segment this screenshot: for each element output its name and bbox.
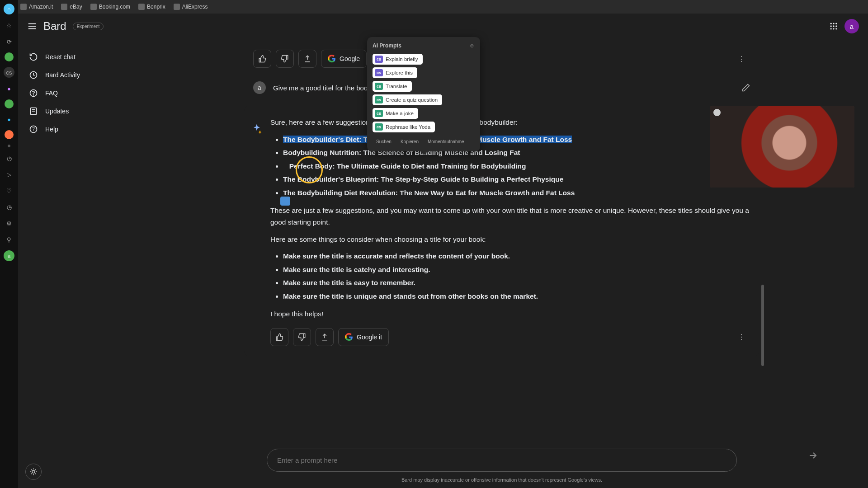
prompt-badge-icon: cs xyxy=(375,69,383,76)
webcam-video xyxy=(710,106,854,188)
site-icon xyxy=(90,4,97,10)
prompt-input-wrap[interactable] xyxy=(267,449,737,472)
more-menu-button[interactable]: ⋮ xyxy=(732,333,750,341)
theme-toggle-button[interactable] xyxy=(25,464,42,480)
prompt-badge-icon: cs xyxy=(375,96,383,103)
list-item: Make sure the title is accurate and refl… xyxy=(283,250,750,262)
prompt-badge-icon: cs xyxy=(375,56,383,63)
bookmark-item[interactable]: AliExpress xyxy=(174,4,208,10)
app-icon[interactable]: cs xyxy=(4,67,14,78)
heart-icon[interactable]: ♡ xyxy=(4,185,14,196)
svg-point-5 xyxy=(835,23,837,24)
sidebar-item-reset[interactable]: Reset chat xyxy=(23,48,131,66)
prompt-input[interactable] xyxy=(277,456,726,464)
ai-prompt-item[interactable]: csMake a joke xyxy=(373,108,418,119)
prev-response-toolbar: Google ⋮ xyxy=(244,43,760,74)
list-item: Bodybuilding Nutrition: The Science of B… xyxy=(283,147,750,159)
sidebar-item-help[interactable]: ?Help xyxy=(23,120,131,138)
site-icon xyxy=(138,4,145,10)
svg-point-4 xyxy=(833,23,834,24)
activity-icon xyxy=(29,70,38,80)
disclaimer-text: Bard may display inaccurate or offensive… xyxy=(244,474,760,488)
brand-name: Bard xyxy=(43,20,66,33)
list-item: The Bodybuilder's Blueprint: The Step-by… xyxy=(283,174,750,185)
sidebar-item-activity[interactable]: Bard Activity xyxy=(23,66,131,84)
webcam-overlay[interactable] xyxy=(710,106,854,188)
ai-prompt-item[interactable]: csCreate a quiz question xyxy=(373,94,442,105)
closing-text: I hope this helps! xyxy=(270,308,750,320)
svg-point-7 xyxy=(833,25,834,27)
site-icon xyxy=(20,4,27,10)
app-icon[interactable]: ● xyxy=(4,114,14,125)
response-toolbar: Google it ⋮ xyxy=(270,328,750,346)
share-button[interactable] xyxy=(298,50,316,68)
separator-dot xyxy=(8,145,10,147)
reset-icon xyxy=(29,52,38,61)
history-icon[interactable]: ⟳ xyxy=(4,36,14,47)
share-button[interactable] xyxy=(316,328,334,346)
faq-icon xyxy=(29,89,38,98)
thumbs-down-button[interactable] xyxy=(276,50,294,68)
nav-sidebar: Reset chat Bard Activity FAQ Updates ?He… xyxy=(18,39,136,488)
clock-icon[interactable]: ◷ xyxy=(4,153,14,164)
thumbs-up-button[interactable] xyxy=(270,328,288,346)
settings-icon[interactable]: ⚙ xyxy=(4,218,14,229)
app-header: Bard Experiment a xyxy=(18,14,868,39)
ai-prompt-item[interactable]: csRephrase like Yoda xyxy=(373,122,435,132)
emoji-icon[interactable]: ☺ xyxy=(469,42,475,49)
list-item: T Perfect Body: The Ultimate Guide to Di… xyxy=(283,160,750,172)
history-icon[interactable]: ◷ xyxy=(4,202,14,212)
avatar-icon[interactable]: a xyxy=(4,250,14,261)
ai-prompts-title: AI Prompts xyxy=(373,42,401,49)
more-menu-button[interactable]: ⋮ xyxy=(732,55,750,63)
scrollbar[interactable] xyxy=(761,285,764,366)
site-icon xyxy=(61,4,67,10)
title-suggestions-list: The Bodybuilder's Diet: The Complete Gui… xyxy=(283,134,750,199)
svg-point-6 xyxy=(830,25,832,27)
play-icon[interactable]: ▷ xyxy=(4,169,14,180)
ai-prompt-footer-copy[interactable]: Kopieren xyxy=(397,137,422,146)
ai-prompt-footer-search[interactable]: Suchen xyxy=(373,137,395,146)
svg-point-20 xyxy=(32,470,35,473)
annotation-marker xyxy=(280,197,290,206)
app-icon[interactable] xyxy=(5,52,14,61)
ai-prompt-item[interactable]: csExplain briefly xyxy=(373,54,423,65)
svg-point-10 xyxy=(833,28,834,29)
bookmark-item[interactable]: eBay xyxy=(61,4,82,10)
bookmarks-bar: Amazon.it eBay Booking.com Bonprix AliEx… xyxy=(0,0,868,14)
workspace-home-icon[interactable]: ⌂ xyxy=(4,4,14,14)
svg-point-9 xyxy=(830,28,832,29)
edit-icon[interactable] xyxy=(741,83,750,92)
paragraph: Here are some things to consider when ch… xyxy=(270,234,750,245)
ai-prompt-item[interactable]: csTranslate xyxy=(373,81,412,92)
whatsapp-icon[interactable] xyxy=(5,99,14,108)
google-logo-icon xyxy=(345,333,353,341)
app-icon[interactable] xyxy=(5,130,14,139)
sidebar-item-updates[interactable]: Updates xyxy=(23,102,131,120)
google-it-button[interactable]: Google it xyxy=(338,328,389,346)
prompt-input-bar xyxy=(244,441,760,474)
list-item: Make sure the title is unique and stands… xyxy=(283,291,750,302)
svg-line-25 xyxy=(31,469,32,470)
prompt-badge-icon: cs xyxy=(375,83,383,90)
star-icon[interactable]: ☆ xyxy=(4,20,14,31)
intro-text: Sure, here are a few suggestion xyxy=(270,118,370,126)
sidebar-item-faq[interactable]: FAQ xyxy=(23,84,131,102)
bookmark-item[interactable]: Amazon.it xyxy=(20,4,53,10)
list-item: The Bodybuilding Diet Revolution: The Ne… xyxy=(283,187,750,199)
messenger-icon[interactable]: ● xyxy=(4,83,14,94)
apps-grid-icon[interactable] xyxy=(829,22,838,31)
ai-prompt-footer-snapshot[interactable]: Momentaufnahme xyxy=(424,137,468,146)
bookmark-item[interactable]: Bonprix xyxy=(138,4,165,10)
bookmark-item[interactable]: Booking.com xyxy=(90,4,130,10)
thumbs-down-button[interactable] xyxy=(293,328,311,346)
user-avatar[interactable]: a xyxy=(844,19,859,33)
menu-icon[interactable] xyxy=(27,21,37,31)
list-item: The Bodybuilder's Diet: The Complete Gui… xyxy=(283,134,750,145)
ai-prompt-item[interactable]: csExplore this xyxy=(373,67,417,78)
thumbs-up-button[interactable] xyxy=(253,50,271,68)
google-it-button[interactable]: Google xyxy=(321,50,367,68)
tips-list: Make sure the title is accurate and refl… xyxy=(283,250,750,302)
send-icon[interactable] xyxy=(807,450,818,461)
lightbulb-icon[interactable]: ⚲ xyxy=(4,234,14,245)
